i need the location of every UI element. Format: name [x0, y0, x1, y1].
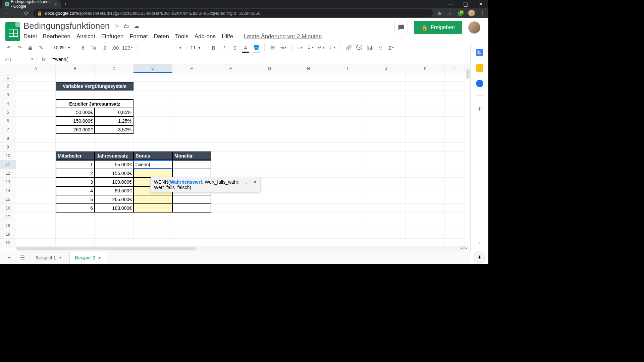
menu-format[interactable]: Format [130, 33, 148, 40]
row-header[interactable]: 2 [0, 82, 16, 90]
calendar-icon[interactable] [476, 49, 483, 56]
merge-button[interactable]: ⇥ ▼ [279, 43, 287, 52]
reload-button[interactable]: ⟳ [23, 10, 30, 16]
cell[interactable]: 5 [56, 195, 95, 204]
column-header[interactable]: K [406, 64, 445, 73]
row-header[interactable]: 3 [0, 90, 16, 99]
comments-button[interactable] [394, 21, 408, 34]
column-header[interactable]: E [172, 64, 211, 73]
hide-sidepanel-button[interactable]: › [479, 239, 480, 245]
cell[interactable] [172, 169, 211, 178]
cell[interactable]: 2 [56, 169, 95, 178]
redo-button[interactable]: ↷ [15, 43, 23, 52]
cell[interactable]: 6 [56, 204, 95, 213]
table2-header[interactable]: Bonus [133, 152, 172, 160]
menu-addons[interactable]: Add-ons [195, 33, 216, 40]
cell[interactable]: 3 [56, 178, 95, 186]
decrease-decimal-button[interactable]: .0 [101, 43, 109, 52]
window-minimize-button[interactable]: — [443, 0, 458, 8]
increase-decimal-button[interactable]: .00 [111, 43, 119, 52]
zoom-select[interactable]: 100% ▼ [53, 45, 71, 50]
paint-format-button[interactable]: ✎ [37, 43, 45, 52]
window-close-button[interactable]: ✕ [473, 0, 488, 8]
last-edit-link[interactable]: Letzte Änderung vor 2 Minuten [244, 33, 322, 40]
strikethrough-button[interactable]: S [231, 43, 239, 52]
account-avatar[interactable] [468, 21, 480, 34]
row-header[interactable]: 19 [0, 230, 16, 239]
row-header[interactable]: 13 [0, 178, 16, 186]
cell[interactable] [172, 195, 211, 204]
column-header[interactable]: I [328, 64, 367, 73]
wrap-button[interactable]: ↵ ▼ [317, 43, 325, 52]
menu-file[interactable]: Datei [23, 33, 37, 40]
cell[interactable] [133, 195, 172, 204]
bold-button[interactable]: B [209, 43, 217, 52]
row-header[interactable]: 14 [0, 186, 16, 195]
percent-button[interactable]: % [90, 43, 98, 52]
column-header[interactable]: F [211, 64, 250, 73]
row-header[interactable]: 10 [0, 152, 16, 160]
italic-button[interactable]: I [220, 43, 228, 52]
cell[interactable]: 0,85% [95, 108, 133, 117]
cell[interactable]: 183.000€ [95, 204, 133, 213]
horizontal-scrollbar[interactable] [16, 246, 465, 251]
chart-button[interactable]: 📊 [366, 43, 374, 52]
row-header[interactable]: 6 [0, 117, 16, 125]
spreadsheet-grid[interactable]: 1 2 3 4 5 6 7 8 9 10 11 12 13 14 15 16 1… [0, 64, 488, 248]
cell[interactable]: 1 [56, 160, 95, 169]
window-maximize-button[interactable]: ▢ [458, 0, 473, 8]
cell[interactable]: 156.000€ [95, 169, 133, 178]
row-header[interactable]: 11 [0, 160, 16, 169]
sheet-tab[interactable]: Beispiel 1 ▼ [30, 252, 67, 264]
table2-header[interactable]: Mitarbeiter [56, 152, 95, 160]
row-header[interactable]: 20 [0, 239, 16, 247]
table2-header[interactable]: Monetär [172, 152, 211, 160]
comment-button[interactable]: 💬 [355, 43, 363, 52]
cell[interactable]: 50.000€ [56, 108, 95, 117]
fill-color-button[interactable]: 🪣 [252, 43, 260, 52]
sheet-tab-active[interactable]: Beispiel 2 ▼ [69, 252, 107, 264]
font-size-select[interactable]: 11 ▼ [191, 45, 201, 50]
table1-title[interactable]: Variables Vergütungssystem [56, 82, 133, 90]
functions-button[interactable]: Σ ▼ [387, 43, 395, 52]
addons-plus-icon[interactable]: ＋ [476, 104, 483, 114]
row-header[interactable]: 17 [0, 213, 16, 221]
h-align-button[interactable]: ≡ ▼ [296, 43, 304, 52]
add-sheet-button[interactable]: ＋ [3, 252, 15, 263]
row-header[interactable]: 9 [0, 143, 16, 152]
star-icon[interactable]: ☆ [114, 23, 119, 29]
cell[interactable]: 260.000€ [56, 125, 95, 134]
row-header[interactable]: 5 [0, 108, 16, 117]
column-header[interactable]: C [95, 64, 133, 73]
text-color-button[interactable]: A [241, 43, 250, 52]
column-header[interactable]: D [133, 64, 172, 73]
tab-close-icon[interactable]: ✕ [54, 2, 57, 7]
keep-icon[interactable] [476, 64, 483, 72]
table1-subtitle[interactable]: Erzielter Jahresumsatz [56, 99, 133, 108]
cell[interactable]: 4 [56, 186, 95, 195]
cell[interactable]: 1,25% [95, 117, 133, 125]
cell[interactable] [172, 204, 211, 213]
extensions-icon[interactable]: 🧩 [458, 10, 464, 16]
row-header[interactable]: 15 [0, 195, 16, 204]
cell[interactable]: 80.500€ [95, 186, 133, 195]
select-all-corner[interactable] [0, 64, 16, 73]
row-header[interactable]: 7 [0, 125, 16, 134]
sheets-logo-icon[interactable] [5, 22, 20, 41]
font-select[interactable]: ▼ [142, 43, 182, 52]
cell[interactable]: 109.000€ [95, 178, 133, 186]
chrome-profile-avatar[interactable] [468, 10, 475, 16]
all-sheets-button[interactable]: ☰ [17, 252, 28, 263]
menu-edit[interactable]: Bearbeiten [43, 33, 70, 40]
cell[interactable]: 150.000€ [56, 117, 95, 125]
new-tab-button[interactable]: + [61, 0, 70, 8]
column-header[interactable]: J [367, 64, 406, 73]
borders-button[interactable]: ⊞ [269, 43, 277, 52]
formula-input[interactable]: =wenn( [50, 57, 488, 62]
table2-header[interactable]: Jahresumsatz [95, 152, 133, 160]
row-header[interactable]: 1 [0, 73, 16, 82]
url-field[interactable]: 🔒 docs.google.com/spreadsheets/d/1vg2Rcd… [33, 9, 433, 17]
tasks-icon[interactable] [476, 80, 483, 87]
sheet-nav-arrows[interactable]: ◄► [459, 246, 469, 250]
explore-button[interactable]: ✦ [474, 251, 485, 263]
